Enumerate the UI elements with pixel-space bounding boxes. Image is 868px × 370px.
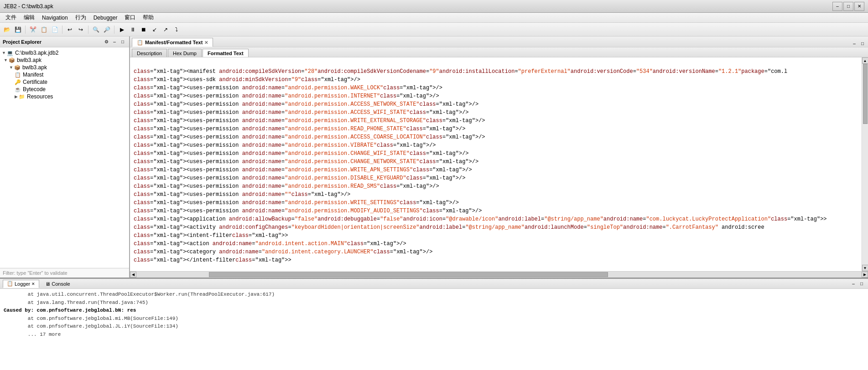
- logger-close[interactable]: ✕: [31, 282, 35, 286]
- xml-line[interactable]: class="xml-tag"><uses-permission android…: [130, 84, 862, 92]
- toolbar-btn-2[interactable]: 💾: [13, 25, 23, 35]
- xml-line[interactable]: class="xml-tag"><uses-permission android…: [130, 158, 862, 166]
- h-scroll-thumb[interactable]: [209, 272, 608, 277]
- menu-item-窗口[interactable]: 窗口: [121, 13, 139, 22]
- tab-icon: 🖥: [45, 281, 50, 287]
- log-line: at com.pnfsoftware.jebglobal.JL.iY(Sourc…: [4, 323, 864, 331]
- bottom-tabs-bar: DescriptionHex DumpFormatted Text: [130, 47, 868, 57]
- toolbar-btn-12[interactable]: ⏹: [139, 25, 149, 35]
- content-tab-icon: 📋: [137, 40, 143, 46]
- xml-line[interactable]: class="xml-tag"><uses-permission android…: [130, 182, 862, 190]
- xml-line[interactable]: class="xml-tag"><category android:name="…: [130, 248, 862, 256]
- xml-line[interactable]: class="xml-tag"><uses-permission android…: [130, 92, 862, 100]
- xml-line[interactable]: class="xml-tag"><uses-permission android…: [130, 207, 862, 215]
- xml-editor[interactable]: class="xml-tag"><manifest android:compil…: [130, 57, 862, 271]
- menu-bar: 文件编辑Navigation行为Debugger窗口帮助: [0, 13, 868, 23]
- bottom-panel-tabs: 📋Logger ✕🖥Console: [3, 280, 74, 288]
- top-section: Project Explorer ⚙ – □ ▼💻C:\bwlb3.apk.jd…: [0, 36, 868, 279]
- xml-line[interactable]: class="xml-tag"><uses-permission android…: [130, 133, 862, 141]
- xml-line[interactable]: class="xml-tag"><uses-permission android…: [130, 117, 862, 125]
- log-line: ... 17 more: [4, 331, 864, 339]
- toolbar-btn-9[interactable]: 🔎: [102, 25, 112, 35]
- project-explorer: Project Explorer ⚙ – □ ▼💻C:\bwlb3.apk.jd…: [0, 36, 130, 278]
- panel-maximize-btn[interactable]: □: [119, 38, 126, 46]
- scroll-down-btn[interactable]: ▼: [862, 265, 868, 271]
- menu-item-Debugger[interactable]: Debugger: [90, 13, 121, 22]
- xml-line[interactable]: class="xml-tag"><intent-filterclass="xml…: [130, 231, 862, 240]
- xml-line[interactable]: class="xml-tag"><uses-permission android…: [130, 141, 862, 149]
- panel-settings-btn[interactable]: ⚙: [103, 38, 110, 46]
- toolbar-btn-15[interactable]: ⤵: [172, 25, 182, 35]
- vertical-scrollbar[interactable]: ▲ ▼: [862, 57, 868, 271]
- right-panel-btns: – □: [851, 40, 866, 47]
- bottom-panel-max[interactable]: □: [858, 280, 865, 288]
- content-panel-tab[interactable]: 📋Manifest/Formatted Text✕: [132, 38, 213, 47]
- h-scroll-track[interactable]: [136, 272, 862, 278]
- xml-line[interactable]: class="xml-tag"><uses-sdk android:minSdk…: [130, 76, 862, 84]
- log-content: at java.util.concurrent.ThreadPoolExecut…: [0, 289, 868, 370]
- tab-close-btn[interactable]: ✕: [204, 40, 208, 45]
- xml-line[interactable]: class="xml-tag"><uses-permission android…: [130, 174, 862, 182]
- title-text: JEB2 - C:\bwlb3.apk: [4, 3, 53, 10]
- panel-minimize-btn[interactable]: –: [111, 38, 118, 46]
- logger-tab-logger[interactable]: 📋Logger ✕: [3, 280, 39, 288]
- tree-item-cert[interactable]: 🔑Certificate: [0, 78, 129, 86]
- toolbar-btn-1[interactable]: 📂: [2, 25, 12, 35]
- menu-item-Navigation[interactable]: Navigation: [38, 13, 72, 22]
- bottom-panel-min[interactable]: –: [850, 280, 857, 288]
- toolbar-btn-5[interactable]: 📄: [50, 25, 60, 35]
- toolbar-btn-7[interactable]: ↪: [76, 25, 86, 35]
- scroll-left-btn[interactable]: ◀: [130, 272, 136, 278]
- xml-line[interactable]: class="xml-tag"><uses-permission android…: [130, 166, 862, 174]
- xml-line[interactable]: class="xml-tag"><uses-permission android…: [130, 149, 862, 158]
- maximize-button[interactable]: □: [843, 2, 853, 11]
- project-explorer-title: Project Explorer: [3, 39, 42, 45]
- content-tab-formatted-text[interactable]: Formatted Text: [203, 49, 249, 57]
- scroll-right-btn[interactable]: ▶: [862, 272, 868, 278]
- tree-item-bytecode[interactable]: ☕Bytecode: [0, 86, 129, 93]
- toolbar-btn-8[interactable]: 🔍: [91, 25, 101, 35]
- toolbar-btn-4[interactable]: 📋: [39, 25, 49, 35]
- tree-item-root[interactable]: ▼💻C:\bwlb3.apk.jdb2: [0, 49, 129, 57]
- xml-line[interactable]: class="xml-tag"><activity android:config…: [130, 223, 862, 231]
- bottom-panel-header: 📋Logger ✕🖥Console – □: [0, 279, 868, 289]
- menu-item-编辑[interactable]: 编辑: [20, 13, 38, 22]
- content-tab-description[interactable]: Description: [132, 49, 167, 57]
- tree-item-apk2[interactable]: ▼📦bwlb3.apk: [0, 64, 129, 71]
- xml-line[interactable]: class="xml-tag"><manifest android:compil…: [130, 67, 862, 76]
- xml-line[interactable]: [130, 59, 862, 67]
- toolbar-btn-14[interactable]: ↗: [161, 25, 171, 35]
- xml-line[interactable]: class="xml-tag"><uses-permission android…: [130, 125, 862, 133]
- toolbar-btn-3[interactable]: ✂️: [28, 25, 38, 35]
- xml-line[interactable]: class="xml-tag"><uses-permission android…: [130, 108, 862, 117]
- toolbar-btn-11[interactable]: ⏸: [128, 25, 138, 35]
- content-area: 📋Manifest/Formatted Text✕ – □ Descriptio…: [130, 36, 868, 278]
- menu-item-行为[interactable]: 行为: [72, 13, 90, 22]
- xml-line[interactable]: class="xml-tag"></intent-filterclass="xm…: [130, 256, 862, 264]
- toolbar-btn-10[interactable]: ▶: [117, 25, 127, 35]
- content-tab-hex-dump[interactable]: Hex Dump: [168, 49, 202, 57]
- xml-line[interactable]: class="xml-tag"><uses-permission android…: [130, 100, 862, 108]
- xml-line[interactable]: class="xml-tag"><uses-permission android…: [130, 199, 862, 207]
- menu-item-帮助[interactable]: 帮助: [139, 13, 157, 22]
- scroll-up-btn[interactable]: ▲: [862, 57, 868, 64]
- toolbar-btn-6[interactable]: ↩: [65, 25, 75, 35]
- content-panel-min[interactable]: –: [851, 40, 858, 47]
- tree-item-apk[interactable]: ▼📦bwlb3.apk: [0, 57, 129, 64]
- tree-item-resources[interactable]: ▶📁Resources: [0, 93, 129, 100]
- scroll-thumb[interactable]: [863, 64, 868, 124]
- xml-editor-container: class="xml-tag"><manifest android:compil…: [130, 57, 868, 271]
- close-button[interactable]: ✕: [854, 2, 864, 11]
- logger-tab-console[interactable]: 🖥Console: [41, 280, 74, 288]
- horizontal-scrollbar[interactable]: ◀ ▶: [130, 271, 868, 278]
- xml-line[interactable]: class="xml-tag"><action android:name="an…: [130, 240, 862, 248]
- minimize-button[interactable]: –: [832, 2, 842, 11]
- xml-line[interactable]: class="xml-tag"><uses-permission android…: [130, 190, 862, 199]
- log-line: at java.util.concurrent.ThreadPoolExecut…: [4, 291, 864, 299]
- xml-line[interactable]: class="xml-tag"><application android:all…: [130, 215, 862, 223]
- toolbar-btn-13[interactable]: ↙: [150, 25, 160, 35]
- content-panel-max[interactable]: □: [859, 40, 866, 47]
- scroll-track[interactable]: [863, 64, 868, 265]
- tree-item-manifest[interactable]: 📋Manifest: [0, 71, 129, 78]
- menu-item-文件[interactable]: 文件: [2, 13, 20, 22]
